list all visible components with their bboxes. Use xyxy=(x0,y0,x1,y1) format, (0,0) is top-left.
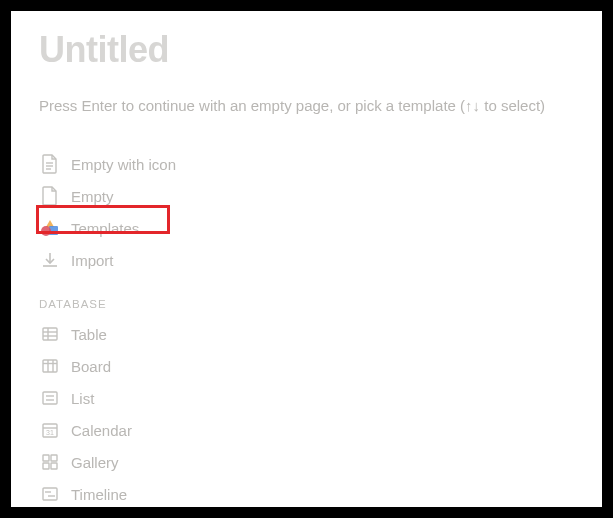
gallery-icon xyxy=(39,451,61,473)
calendar-icon: 31 xyxy=(39,419,61,441)
svg-rect-24 xyxy=(51,463,57,469)
list-icon xyxy=(39,387,61,409)
templates-icon xyxy=(39,217,61,239)
import-icon xyxy=(39,249,61,271)
database-label: Gallery xyxy=(71,454,119,471)
svg-point-4 xyxy=(41,226,51,236)
option-label: Import xyxy=(71,252,114,269)
option-import[interactable]: Import xyxy=(39,244,574,276)
svg-text:31: 31 xyxy=(46,429,54,436)
database-timeline[interactable]: Timeline xyxy=(39,478,574,510)
table-icon xyxy=(39,323,61,345)
database-table[interactable]: Table xyxy=(39,318,574,350)
page-frame: Untitled Press Enter to continue with an… xyxy=(11,11,602,507)
svg-rect-7 xyxy=(43,328,57,340)
section-database-label: DATABASE xyxy=(39,298,574,310)
database-label: List xyxy=(71,390,94,407)
page-icon xyxy=(39,185,61,207)
database-board[interactable]: Board xyxy=(39,350,574,382)
svg-rect-23 xyxy=(43,463,49,469)
database-calendar[interactable]: 31 Calendar xyxy=(39,414,574,446)
svg-rect-22 xyxy=(51,455,57,461)
option-label: Empty with icon xyxy=(71,156,176,173)
database-label: Calendar xyxy=(71,422,132,439)
database-label: Timeline xyxy=(71,486,127,503)
svg-rect-21 xyxy=(43,455,49,461)
option-label: Templates xyxy=(71,220,139,237)
database-gallery[interactable]: Gallery xyxy=(39,446,574,478)
svg-rect-15 xyxy=(43,392,57,404)
page-with-icon-icon xyxy=(39,153,61,175)
svg-rect-11 xyxy=(43,360,57,372)
option-label: Empty xyxy=(71,188,114,205)
empty-page-hint: Press Enter to continue with an empty pa… xyxy=(39,97,574,114)
option-empty[interactable]: Empty xyxy=(39,180,574,212)
svg-rect-25 xyxy=(43,488,57,500)
timeline-icon xyxy=(39,483,61,505)
page-title[interactable]: Untitled xyxy=(39,29,574,71)
board-icon xyxy=(39,355,61,377)
option-empty-with-icon[interactable]: Empty with icon xyxy=(39,148,574,180)
option-templates[interactable]: Templates xyxy=(39,212,574,244)
database-label: Table xyxy=(71,326,107,343)
database-label: Board xyxy=(71,358,111,375)
database-list[interactable]: List xyxy=(39,382,574,414)
